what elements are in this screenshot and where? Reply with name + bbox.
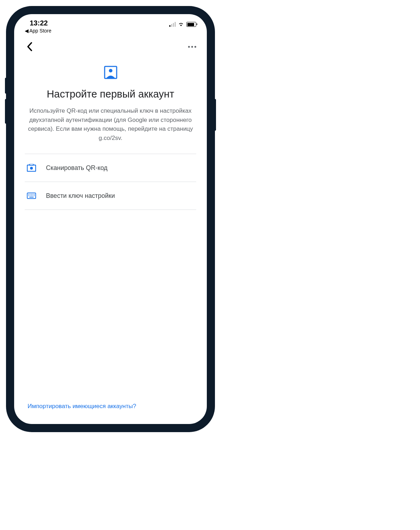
- back-triangle-icon: ◀: [25, 28, 29, 34]
- import-accounts-link[interactable]: Импортировать имеющиеся аккаунты?: [14, 396, 207, 424]
- svg-rect-11: [28, 195, 29, 196]
- status-bar: 13:22 ◀ App Store: [14, 14, 207, 35]
- svg-rect-9: [33, 194, 33, 195]
- main-content: Настройте первый аккаунт Используйте QR-…: [14, 55, 207, 396]
- svg-rect-3: [30, 164, 33, 165]
- back-button[interactable]: [25, 42, 35, 52]
- status-time: 13:22: [25, 19, 51, 27]
- svg-point-1: [109, 69, 112, 72]
- more-dots-icon: [188, 46, 190, 48]
- battery-icon: [186, 22, 196, 27]
- enter-key-label: Ввести ключ настройки: [46, 192, 115, 200]
- page-title: Настройте первый аккаунт: [25, 88, 196, 100]
- svg-rect-16: [29, 197, 34, 198]
- more-options-button[interactable]: [188, 46, 196, 48]
- status-back-to-app[interactable]: ◀ App Store: [25, 28, 51, 34]
- screen: 13:22 ◀ App Store: [14, 14, 207, 424]
- svg-rect-15: [34, 195, 35, 196]
- phone-side-button: [5, 99, 7, 124]
- keyboard-icon: [27, 191, 36, 200]
- status-right: [169, 19, 196, 27]
- phone-side-button: [214, 99, 216, 131]
- divider: [25, 210, 196, 210]
- nav-bar: [14, 35, 207, 55]
- svg-rect-6: [28, 194, 29, 195]
- chevron-left-icon: [27, 42, 33, 51]
- phone-frame: 13:22 ◀ App Store: [7, 7, 214, 431]
- hero-icon-container: [25, 66, 196, 79]
- svg-rect-12: [30, 195, 30, 196]
- phone-side-button: [5, 78, 7, 94]
- svg-point-4: [30, 167, 33, 170]
- page-description: Используйте QR-код или специальный ключ …: [25, 106, 196, 142]
- cellular-signal-icon: [169, 22, 176, 27]
- svg-rect-13: [31, 195, 32, 196]
- status-left: 13:22 ◀ App Store: [25, 19, 51, 34]
- svg-rect-7: [30, 194, 30, 195]
- wifi-icon: [178, 22, 184, 27]
- scan-qr-label: Сканировать QR-код: [46, 164, 107, 172]
- svg-rect-14: [33, 195, 33, 196]
- svg-rect-8: [31, 194, 32, 195]
- svg-rect-10: [34, 194, 35, 195]
- account-box-icon: [104, 66, 117, 79]
- camera-icon: [27, 163, 36, 172]
- enter-key-option[interactable]: Ввести ключ настройки: [25, 182, 196, 210]
- status-back-app-label: App Store: [29, 28, 51, 34]
- scan-qr-option[interactable]: Сканировать QR-код: [25, 154, 196, 182]
